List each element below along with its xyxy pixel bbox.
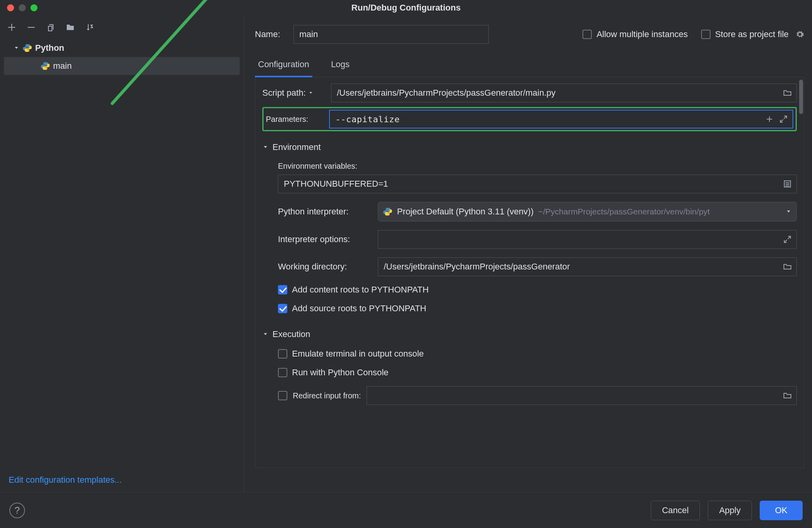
script-path-label: Script path: xyxy=(262,88,306,98)
chevron-down-icon xyxy=(262,331,269,337)
help-button[interactable]: ? xyxy=(9,503,25,518)
configuration-panel: Script path: Parameters: xyxy=(255,77,804,468)
working-dir-input[interactable] xyxy=(378,257,797,276)
folder-icon[interactable] xyxy=(782,391,792,401)
expand-icon[interactable] xyxy=(782,234,792,244)
tree-item-main[interactable]: main xyxy=(4,57,240,75)
tabs: Configuration Logs xyxy=(255,54,804,77)
sidebar: Python main Edit configuration templates… xyxy=(0,16,244,492)
folder-icon[interactable] xyxy=(782,262,792,272)
name-input[interactable] xyxy=(294,25,489,44)
run-with-console-label: Run with Python Console xyxy=(292,367,388,378)
cancel-button[interactable]: Cancel xyxy=(651,501,700,520)
scrollbar[interactable] xyxy=(799,80,803,114)
ok-button[interactable]: OK xyxy=(760,501,803,520)
section-execution-label: Execution xyxy=(272,329,310,339)
copy-icon[interactable] xyxy=(45,21,57,34)
gear-icon[interactable] xyxy=(796,30,804,39)
add-icon[interactable] xyxy=(5,21,18,34)
folder-add-icon[interactable] xyxy=(64,21,77,34)
emulate-terminal-checkbox[interactable]: Emulate terminal in output console xyxy=(278,349,797,359)
tree-group-label: Python xyxy=(35,43,64,53)
interpreter-value: Project Default (Python 3.11 (venv)) xyxy=(397,207,534,217)
tree-group-python[interactable]: Python xyxy=(4,39,240,57)
add-source-roots-label: Add source roots to PYTHONPATH xyxy=(292,303,426,314)
python-icon xyxy=(41,61,50,71)
chevron-down-icon xyxy=(785,209,792,215)
chevron-down-icon xyxy=(262,144,269,150)
tree-item-label: main xyxy=(53,61,72,71)
env-vars-label: Environment variables: xyxy=(278,162,797,171)
config-tree: Python main xyxy=(0,39,244,75)
folder-icon[interactable] xyxy=(782,88,792,98)
tab-logs[interactable]: Logs xyxy=(328,54,353,77)
interp-options-input[interactable] xyxy=(378,230,797,249)
name-label: Name: xyxy=(255,29,280,39)
titlebar: Run/Debug Configurations xyxy=(0,0,812,16)
store-as-project-file-label: Store as project file xyxy=(715,29,789,39)
list-icon[interactable] xyxy=(782,179,792,189)
script-path-input[interactable] xyxy=(331,84,797,102)
parameters-label: Parameters: xyxy=(266,115,321,124)
chevron-down-icon[interactable] xyxy=(308,90,313,96)
env-vars-input[interactable] xyxy=(278,175,797,193)
section-environment-label: Environment xyxy=(272,142,321,152)
bottom-bar: ? Cancel Apply OK xyxy=(0,492,812,528)
parameters-highlight: Parameters: xyxy=(262,107,797,131)
section-execution[interactable]: Execution xyxy=(262,329,797,339)
allow-multiple-label: Allow multiple instances xyxy=(597,29,688,39)
run-with-console-checkbox[interactable]: Run with Python Console xyxy=(278,367,797,378)
add-content-roots-checkbox[interactable]: Add content roots to PYTHONPATH xyxy=(278,285,797,295)
interpreter-select[interactable]: Project Default (Python 3.11 (venv)) ~/P… xyxy=(378,202,797,221)
allow-multiple-checkbox[interactable]: Allow multiple instances xyxy=(582,29,688,39)
apply-button[interactable]: Apply xyxy=(708,501,752,520)
interpreter-hint: ~/PycharmProjects/passGenerator/venv/bin… xyxy=(538,207,710,216)
sort-az-icon[interactable] xyxy=(84,21,96,34)
redirect-input-checkbox[interactable] xyxy=(278,391,287,400)
remove-icon[interactable] xyxy=(25,21,37,34)
window-title: Run/Debug Configurations xyxy=(0,3,812,13)
interp-options-label: Interpreter options: xyxy=(278,234,372,244)
redirect-input-path[interactable] xyxy=(367,386,797,405)
expand-icon[interactable] xyxy=(778,114,789,124)
redirect-input-label: Redirect input from: xyxy=(293,391,361,400)
add-content-roots-label: Add content roots to PYTHONPATH xyxy=(292,285,429,295)
content-pane: Name: Allow multiple instances Store as … xyxy=(244,16,812,492)
plus-icon[interactable] xyxy=(764,114,775,124)
sidebar-toolbar xyxy=(0,20,244,39)
tab-configuration[interactable]: Configuration xyxy=(255,54,312,77)
edit-templates-link[interactable]: Edit configuration templates... xyxy=(0,471,244,492)
section-environment[interactable]: Environment xyxy=(262,142,797,152)
working-dir-label: Working directory: xyxy=(278,262,372,272)
add-source-roots-checkbox[interactable]: Add source roots to PYTHONPATH xyxy=(278,303,797,314)
parameters-input[interactable] xyxy=(329,110,793,128)
store-as-project-file-checkbox[interactable]: Store as project file xyxy=(701,29,804,39)
python-icon xyxy=(23,43,32,53)
python-icon xyxy=(383,207,392,216)
emulate-terminal-label: Emulate terminal in output console xyxy=(292,349,424,359)
interpreter-label: Python interpreter: xyxy=(278,207,372,217)
